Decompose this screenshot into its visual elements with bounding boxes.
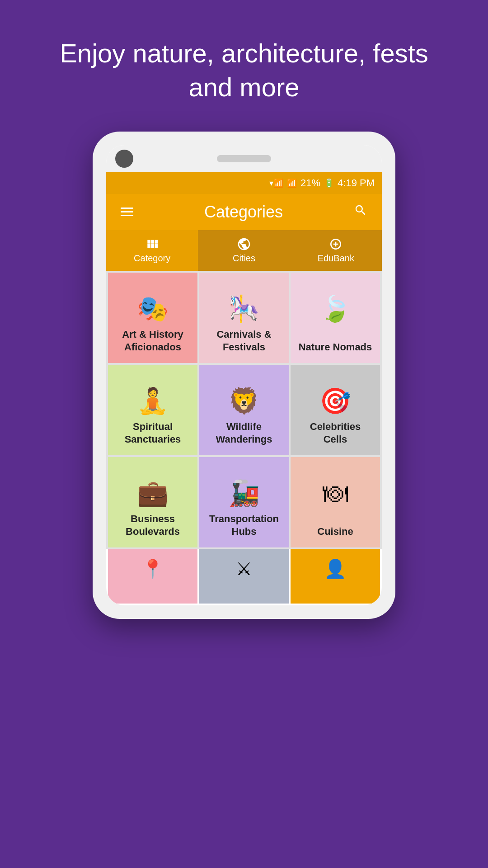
search-icon <box>354 203 367 217</box>
battery-icon: 🔋 <box>324 178 334 188</box>
battery-text: 21% <box>300 177 320 189</box>
category-card-wildlife[interactable]: 🦁 Wildlife Wanderings <box>199 365 289 455</box>
menu-button[interactable] <box>117 204 137 220</box>
category-card-celebrities[interactable]: 🎯 Celebrities Cells <box>291 365 380 455</box>
nature-label: Nature Nomads <box>299 341 372 354</box>
category-card-carnivals[interactable]: 🎠 Carnivals & Festivals <box>199 273 289 363</box>
category-card-spiritual[interactable]: 🧘 Spiritual Sanctuaries <box>108 365 197 455</box>
carnivals-label: Carnivals & Festivals <box>206 328 282 354</box>
category-tab-icon <box>145 237 160 251</box>
wifi-icon: ▾📶 <box>269 178 283 188</box>
tab-edubank[interactable]: EduBank <box>290 230 382 271</box>
partial-card-2[interactable]: ⚔ <box>199 549 289 604</box>
phone-frame: ▾📶 📶 21% 🔋 4:19 PM Categories <box>93 132 395 619</box>
art-history-icon: 🎭 <box>137 294 169 324</box>
partial-icon-2: ⚔ <box>236 558 252 579</box>
celebrities-icon: 🎯 <box>319 386 351 416</box>
transportation-label: Transportation Hubs <box>206 513 282 538</box>
tab-edubank-label: EduBank <box>318 253 354 264</box>
art-history-label: Art & History Aficionados <box>115 328 190 354</box>
tab-category-label: Category <box>134 253 170 264</box>
category-card-transportation[interactable]: 🚂 Transportation Hubs <box>199 457 289 547</box>
wildlife-icon: 🦁 <box>228 386 260 416</box>
category-card-nature[interactable]: 🍃 Nature Nomads <box>291 273 380 363</box>
cities-tab-icon <box>237 237 251 251</box>
cuisine-icon: 🍽 <box>323 479 348 508</box>
app-title: Categories <box>204 203 283 222</box>
bottom-partial-row: 📍 ⚔ 👤 <box>106 549 382 605</box>
cuisine-label: Cuisine <box>317 525 353 538</box>
business-label: Business Boulevards <box>115 513 190 538</box>
category-card-art-history[interactable]: 🎭 Art & History Aficionados <box>108 273 197 363</box>
category-card-business[interactable]: 💼 Business Boulevards <box>108 457 197 547</box>
business-icon: 💼 <box>137 478 169 508</box>
hamburger-icon <box>121 208 133 216</box>
partial-card-3[interactable]: 👤 <box>291 549 380 604</box>
tab-category[interactable]: Category <box>106 230 198 271</box>
phone-speaker <box>217 155 271 162</box>
wildlife-label: Wildlife Wanderings <box>206 420 282 446</box>
categories-grid: 🎭 Art & History Aficionados 🎠 Carnivals … <box>106 271 382 549</box>
spiritual-label: Spiritual Sanctuaries <box>115 420 190 446</box>
phone-top-bar <box>106 145 382 172</box>
time-text: 4:19 PM <box>338 177 375 189</box>
phone-camera <box>115 150 133 168</box>
transportation-icon: 🚂 <box>228 478 260 508</box>
tab-cities[interactable]: Cities <box>198 230 290 271</box>
headline: Enjoy nature, architecture, fests and mo… <box>0 0 488 132</box>
search-button[interactable] <box>350 200 371 224</box>
partial-icon-3: 👤 <box>324 558 347 580</box>
tab-cities-label: Cities <box>233 253 255 264</box>
category-card-cuisine[interactable]: 🍽 Cuisine <box>291 457 380 547</box>
partial-card-1[interactable]: 📍 <box>108 549 197 604</box>
carnivals-icon: 🎠 <box>228 294 260 324</box>
edubank-tab-icon <box>328 237 343 251</box>
nav-tabs: Category Cities EduBank <box>106 230 382 271</box>
app-bar: Categories <box>106 194 382 230</box>
partial-icon-1: 📍 <box>141 558 164 580</box>
celebrities-label: Celebrities Cells <box>298 420 373 446</box>
spiritual-icon: 🧘 <box>137 386 169 416</box>
status-bar: ▾📶 📶 21% 🔋 4:19 PM <box>106 172 382 194</box>
signal-icon: 📶 <box>287 178 297 188</box>
nature-icon: 🍃 <box>319 294 351 324</box>
